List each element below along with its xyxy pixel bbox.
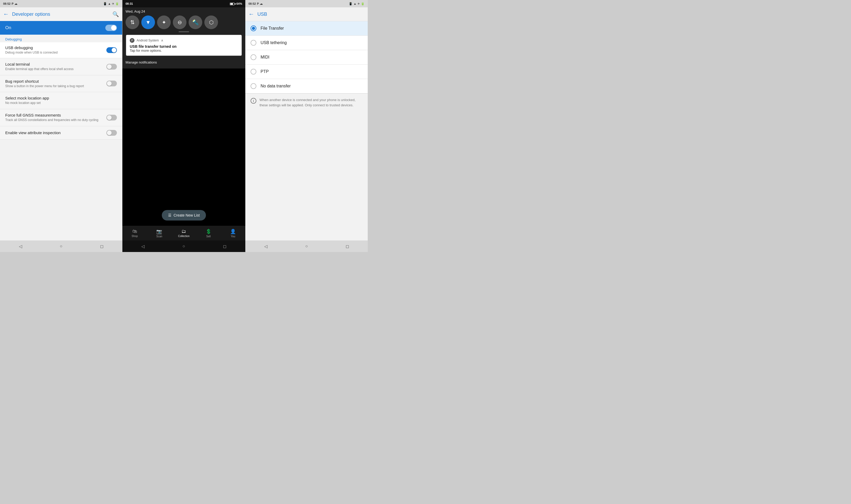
expand-arrow: ∧ [161,39,163,42]
airplane-icon: ✈ [112,2,114,5]
usb-option-tethering[interactable]: USB tethering [245,36,368,50]
recents-nav-p2[interactable]: ◻ [223,244,226,249]
collection-icon: 🗂 [181,229,186,234]
radio-tethering [251,40,256,46]
back-nav-p1[interactable]: ◁ [17,242,24,250]
usb-option-no-data[interactable]: No data transfer [245,79,368,93]
mock-location-title: Select mock location app [5,96,117,100]
back-nav-p2[interactable]: ◁ [141,244,144,249]
clock-p2: 08:31 [126,2,133,5]
toolbar-p1: ← Developer options 🔍 [0,7,122,21]
dnd-tile[interactable]: ⊖ [173,16,187,29]
no-data-label: No data transfer [261,84,291,88]
bug-report-knob [107,81,112,86]
home-nav-p1[interactable]: ○ [57,242,65,250]
home-nav-p2[interactable]: ○ [182,244,185,249]
drag-handle [179,31,189,32]
shop-icon: 🛍 [132,229,137,234]
recents-nav-p1[interactable]: ◻ [98,242,106,250]
nav-shop[interactable]: 🛍 Shop [122,229,147,237]
nav-sell[interactable]: 💲 Sell [196,229,221,238]
gnss-subtitle: Track all GNSS constellations and freque… [5,118,106,122]
file-transfer-label: File Transfer [261,26,284,31]
bug-report-subtitle: Show a button in the power menu for taki… [5,84,106,88]
create-new-list-button[interactable]: ☰ Create New List [162,210,206,220]
gnss-knob [107,115,112,120]
radio-midi [251,54,256,60]
notif-title: USB file transfer turned on [130,44,238,49]
local-terminal-subtitle: Enable terminal app that offers local sh… [5,67,106,71]
usb-info-text: When another device is connected and you… [260,97,362,108]
radio-no-data [251,83,256,89]
mock-location-item[interactable]: Select mock location app No mock locatio… [0,92,122,109]
data-arrows-tile[interactable]: ⇅ [126,16,139,29]
radio-file-transfer [251,25,256,31]
local-terminal-item[interactable]: Local terminal Enable terminal app that … [0,58,122,75]
bug-report-text: Bug report shortcut Show a button in the… [5,79,106,88]
notif-body: Tap for more options. [130,49,238,53]
you-label: You [231,235,235,238]
midi-label: MIDI [261,55,269,59]
usb-debugging-text: USB debugging Debug mode when USB is con… [5,46,106,55]
gnss-item[interactable]: Force full GNSS measurements Track all G… [0,109,122,126]
battery-pct-p2: 64% [236,2,242,5]
view-attr-toggle[interactable] [106,130,117,136]
scan-icon: 📷 [156,229,162,234]
nav-collection[interactable]: 🗂 Collection [172,229,196,237]
bluetooth-tile[interactable]: ✦ [157,16,171,29]
usb-option-ptp[interactable]: PTP [245,65,368,79]
bug-report-toggle[interactable] [106,80,117,86]
back-nav-p3[interactable]: ◁ [262,242,269,250]
usb-option-file-transfer[interactable]: File Transfer [245,21,368,36]
create-list-label: Create New List [174,213,200,217]
nav-bar-p3: ◁ ○ ◻ [245,240,368,252]
app-name: Android System [137,39,159,42]
cast-tile[interactable]: ⬡ [205,16,218,29]
home-nav-p3[interactable]: ○ [303,242,310,250]
usb-info-section: i When another device is connected and y… [245,94,368,111]
radio-ptp [251,69,256,75]
developer-toggle[interactable] [105,25,117,31]
nav-bar-p1: ◁ ○ ◻ [0,240,122,252]
status-time-p1: 08:52 P ☁ [3,2,17,5]
usb-debugging-item[interactable]: USB debugging Debug mode when USB is con… [0,42,122,58]
vibrate-icon-p3: 📳 [349,2,353,5]
notif-header: P Android System ∧ [130,38,238,43]
nav-you[interactable]: 👤 You [220,229,245,238]
view-attr-item[interactable]: Enable view attribute inspection [0,126,122,140]
bug-report-title: Bug report shortcut [5,79,106,84]
usb-panel: 08:52 P ☁ 📳 ▲ ✈ 🔋 ← USB File Transfer US… [245,0,368,252]
usb-debugging-toggle[interactable] [106,47,117,53]
sell-icon: 💲 [206,229,211,234]
battery-icon-p1: 🔋 [115,2,119,5]
battery-p2: 64% [230,2,242,5]
gnss-toggle[interactable] [106,115,117,121]
status-time-p3: 08:52 P ☁ [248,2,263,5]
local-terminal-toggle[interactable] [106,64,117,70]
recents-nav-p3[interactable]: ◻ [343,242,351,250]
view-attr-title: Enable view attribute inspection [5,130,106,135]
notification-card[interactable]: P Android System ∧ USB file transfer tur… [126,34,242,56]
clock-p3: 08:52 [248,2,256,5]
notification-panel: 08:31 64% Wed, Aug 24 ⇅ ▼ ✦ ⊖ 🔦 ⬡ P Andr… [122,0,245,252]
vibrate-icon: 📳 [103,2,107,5]
app-area: ☰ Create New List [122,69,245,226]
status-icons-p3: 📳 ▲ ✈ 🔋 [349,2,365,5]
back-button-p3[interactable]: ← [248,11,254,18]
bug-report-item[interactable]: Bug report shortcut Show a button in the… [0,75,122,92]
wifi-icon-p3: ▲ [354,2,356,5]
search-button-p1[interactable]: 🔍 [112,11,119,17]
info-icon: i [251,98,256,104]
status-icons-p1: 📳 ▲ ✈ 🔋 [103,2,119,5]
status-bar-p3: 08:52 P ☁ 📳 ▲ ✈ 🔋 [245,0,368,7]
usb-option-midi[interactable]: MIDI [245,50,368,65]
nav-scan[interactable]: 📷 Scan [147,229,172,238]
on-label: On [5,25,11,31]
flashlight-tile[interactable]: 🔦 [189,16,202,29]
back-button-p1[interactable]: ← [3,11,9,18]
tethering-label: USB tethering [261,40,287,45]
status-icons-p2: 64% [230,2,242,5]
scan-label: Scan [156,235,162,238]
wifi-tile[interactable]: ▼ [141,16,155,29]
manage-notifications-link[interactable]: Manage notifications [126,58,242,67]
